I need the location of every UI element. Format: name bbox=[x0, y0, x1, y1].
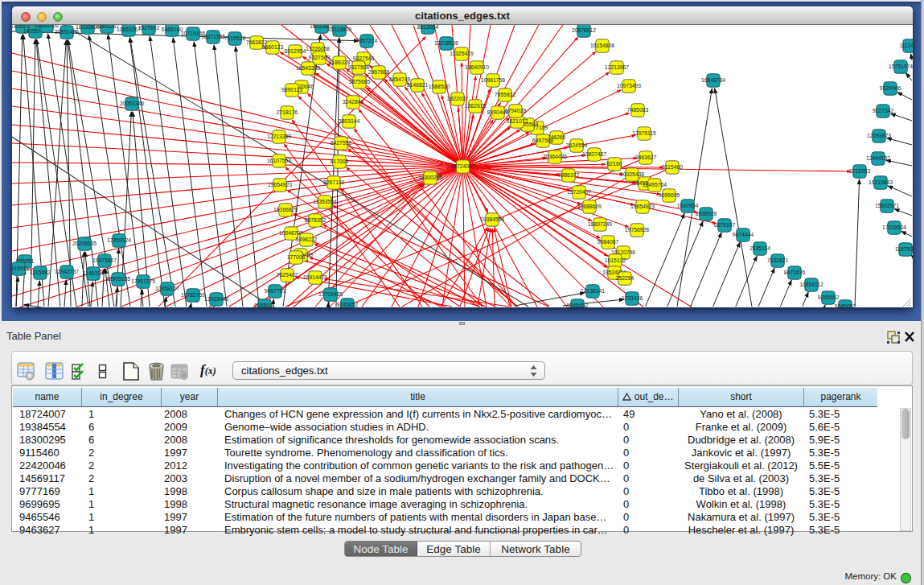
svg-text:16154808: 16154808 bbox=[590, 43, 614, 48]
svg-text:12905135: 12905135 bbox=[106, 276, 130, 282]
svg-text:9245011: 9245011 bbox=[254, 303, 275, 307]
svg-text:16782759: 16782759 bbox=[181, 292, 205, 298]
svg-text:6497568: 6497568 bbox=[532, 138, 554, 143]
svg-text:9327546: 9327546 bbox=[353, 56, 375, 61]
svg-text:15692971: 15692971 bbox=[875, 203, 899, 208]
svg-text:18300295: 18300295 bbox=[418, 175, 442, 180]
svg-text:9245652: 9245652 bbox=[835, 303, 856, 307]
svg-text:1640954: 1640954 bbox=[677, 203, 699, 208]
svg-text:19166829: 19166829 bbox=[273, 207, 298, 212]
svg-text:12975115: 12975115 bbox=[632, 130, 656, 136]
svg-text:20876812: 20876812 bbox=[572, 27, 596, 33]
svg-text:16648784: 16648784 bbox=[701, 77, 725, 83]
svg-text:8267110: 8267110 bbox=[323, 179, 344, 185]
svg-text:8990448: 8990448 bbox=[487, 109, 509, 115]
svg-text:14136141: 14136141 bbox=[581, 288, 605, 294]
svg-text:20691406: 20691406 bbox=[35, 25, 59, 28]
svg-text:7485063: 7485063 bbox=[627, 107, 649, 113]
svg-text:7955812: 7955812 bbox=[495, 92, 516, 97]
svg-text:10654112: 10654112 bbox=[799, 282, 823, 287]
svg-text:2718176: 2718176 bbox=[277, 109, 298, 115]
svg-text:9245652: 9245652 bbox=[337, 302, 359, 307]
svg-text:3915911: 3915911 bbox=[12, 266, 29, 271]
svg-text:7986372: 7986372 bbox=[558, 172, 580, 178]
svg-text:17359924: 17359924 bbox=[107, 237, 131, 243]
svg-text:1588520: 1588520 bbox=[429, 84, 450, 89]
svg-text:11325419: 11325419 bbox=[450, 51, 474, 56]
svg-text:9890113: 9890113 bbox=[281, 87, 302, 93]
svg-text:9146821: 9146821 bbox=[407, 82, 429, 88]
svg-text:9245652: 9245652 bbox=[567, 303, 589, 307]
svg-text:15716485: 15716485 bbox=[318, 291, 343, 297]
svg-text:3875685: 3875685 bbox=[349, 79, 371, 84]
svg-text:12444157: 12444157 bbox=[866, 155, 890, 161]
svg-text:9084067: 9084067 bbox=[598, 239, 619, 245]
svg-text:12093873: 12093873 bbox=[867, 133, 891, 138]
svg-text:18724007: 18724007 bbox=[450, 163, 474, 169]
svg-text:16671355: 16671355 bbox=[201, 34, 225, 39]
svg-text:8813054: 8813054 bbox=[417, 25, 439, 30]
svg-text:10961758: 10961758 bbox=[481, 77, 505, 83]
svg-text:2935114: 2935114 bbox=[749, 245, 770, 251]
svg-text:16210643: 16210643 bbox=[869, 179, 893, 185]
svg-text:16033809: 16033809 bbox=[327, 27, 351, 32]
svg-text:7515526: 7515526 bbox=[224, 35, 246, 41]
svg-text:8454749: 8454749 bbox=[389, 76, 411, 82]
svg-text:3215953: 3215953 bbox=[849, 168, 871, 174]
svg-text:177006: 177006 bbox=[287, 254, 306, 260]
svg-text:9115460: 9115460 bbox=[662, 164, 683, 170]
svg-text:10973493: 10973493 bbox=[617, 83, 641, 89]
svg-text:19756928: 19756928 bbox=[625, 227, 649, 233]
svg-text:2803144: 2803144 bbox=[339, 118, 360, 124]
svg-text:17016504: 17016504 bbox=[882, 225, 906, 230]
svg-text:9463627: 9463627 bbox=[635, 154, 657, 160]
svg-text:20364436: 20364436 bbox=[543, 154, 567, 159]
svg-text:20691406: 20691406 bbox=[55, 29, 79, 35]
svg-text:20053346: 20053346 bbox=[120, 101, 144, 106]
svg-text:10807487: 10807487 bbox=[582, 151, 606, 157]
svg-text:8912954: 8912954 bbox=[285, 48, 306, 54]
svg-text:18495764: 18495764 bbox=[643, 182, 667, 187]
svg-text:12942737: 12942737 bbox=[55, 269, 79, 274]
svg-text:11353594: 11353594 bbox=[313, 199, 337, 204]
svg-text:19654923: 19654923 bbox=[630, 204, 655, 209]
svg-text:8878352: 8878352 bbox=[305, 217, 326, 223]
svg-text:10688609: 10688609 bbox=[577, 204, 602, 209]
svg-text:7632621: 7632621 bbox=[767, 257, 789, 263]
svg-text:16107553: 16107553 bbox=[267, 158, 291, 163]
svg-text:6466160: 6466160 bbox=[162, 27, 183, 32]
svg-text:16543392: 16543392 bbox=[296, 65, 320, 71]
svg-text:13226058: 13226058 bbox=[306, 46, 330, 51]
svg-text:8938928: 8938928 bbox=[696, 211, 717, 216]
svg-text:10025438: 10025438 bbox=[620, 171, 644, 177]
svg-text:3624554: 3624554 bbox=[566, 142, 588, 148]
svg-text:9327508: 9327508 bbox=[348, 64, 370, 70]
svg-text:16914479: 16914479 bbox=[303, 274, 327, 280]
svg-text:15751074: 15751074 bbox=[889, 64, 913, 69]
svg-text:9329966: 9329966 bbox=[880, 85, 901, 91]
svg-text:817006: 817006 bbox=[331, 159, 349, 164]
svg-text:2967608: 2967608 bbox=[368, 69, 390, 75]
svg-text:19654923: 19654923 bbox=[268, 182, 292, 187]
svg-text:5498222: 5498222 bbox=[296, 237, 318, 242]
svg-text:3242848: 3242848 bbox=[343, 99, 364, 105]
svg-text:62160: 62160 bbox=[607, 161, 622, 167]
svg-text:1115682: 1115682 bbox=[30, 270, 51, 275]
svg-text:1145194: 1145194 bbox=[83, 270, 104, 276]
svg-text:10958107: 10958107 bbox=[155, 286, 179, 291]
svg-text:12213389: 12213389 bbox=[267, 134, 291, 139]
svg-text:18807249: 18807249 bbox=[588, 221, 612, 227]
svg-text:9699695: 9699695 bbox=[659, 192, 680, 198]
svg-text:9457791: 9457791 bbox=[265, 288, 286, 294]
svg-text:8427552: 8427552 bbox=[331, 140, 352, 146]
svg-text:1112411: 1112411 bbox=[900, 43, 913, 48]
svg-text:1733426: 1733426 bbox=[622, 295, 643, 301]
svg-text:9245652: 9245652 bbox=[818, 295, 840, 300]
svg-text:18640910: 18640910 bbox=[465, 64, 489, 70]
svg-text:9227342: 9227342 bbox=[873, 108, 894, 113]
svg-text:19975867: 19975867 bbox=[92, 257, 117, 263]
svg-text:8471676: 8471676 bbox=[784, 270, 806, 275]
svg-text:1167533: 1167533 bbox=[895, 246, 913, 252]
svg-text:7625402: 7625402 bbox=[277, 272, 298, 278]
svg-text:6879197: 6879197 bbox=[714, 222, 736, 228]
